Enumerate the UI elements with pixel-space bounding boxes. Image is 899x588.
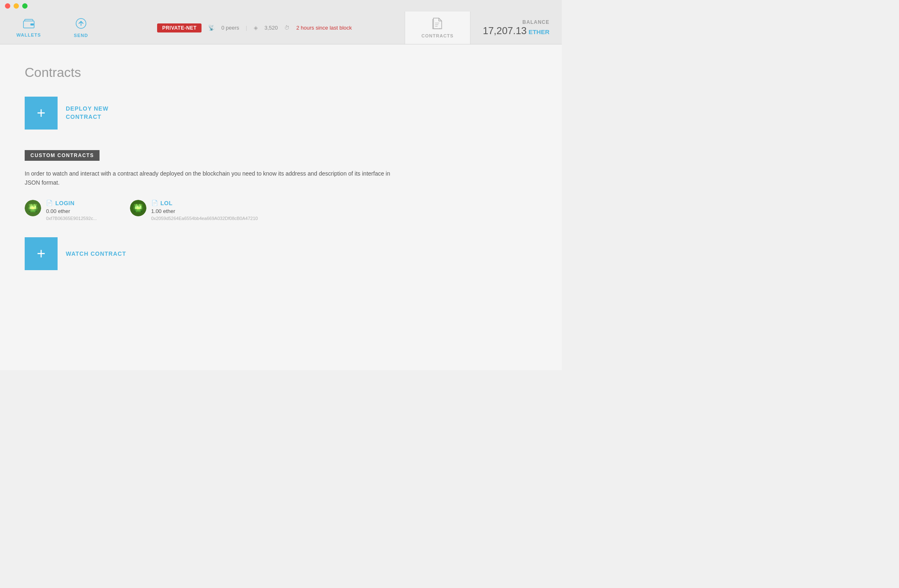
- svg-rect-60: [141, 211, 142, 212]
- send-icon: [76, 18, 86, 31]
- svg-rect-30: [34, 211, 35, 212]
- svg-rect-48: [140, 207, 141, 209]
- svg-rect-16: [30, 207, 31, 209]
- contract-item-login[interactable]: 📄 LOGIN 0.00 ether 0xf7B06365E9012592c..…: [25, 200, 97, 221]
- contract-name-login: 📄 LOGIN: [46, 200, 97, 206]
- contract-address-lol: 0x2059d5264Ea6554bb4ea669A032Df08cB0A472…: [151, 216, 258, 221]
- svg-rect-53: [138, 209, 140, 211]
- svg-rect-59: [139, 211, 141, 212]
- contracts-nav-item[interactable]: CONTRACTS: [405, 12, 470, 44]
- svg-rect-11: [31, 206, 33, 207]
- contract-name-lol: 📄 LOL: [151, 200, 258, 206]
- svg-rect-46: [137, 207, 138, 209]
- send-nav-item[interactable]: SEND: [58, 12, 105, 44]
- svg-rect-1: [30, 23, 34, 25]
- contract-file-icon-lol: 📄: [151, 200, 158, 206]
- svg-rect-42: [140, 206, 141, 207]
- watch-contract-button[interactable]: WATCH CONTRACT: [66, 250, 126, 257]
- svg-rect-33: [134, 204, 136, 206]
- watch-plus-button[interactable]: +: [25, 237, 58, 270]
- svg-rect-19: [35, 207, 36, 209]
- svg-rect-25: [35, 209, 36, 211]
- svg-rect-14: [36, 206, 38, 207]
- peers-icon: 📡: [208, 25, 215, 31]
- svg-rect-12: [33, 206, 35, 207]
- svg-rect-17: [31, 207, 33, 209]
- svg-rect-55: [141, 209, 143, 211]
- contract-address-login: 0xf7B06365E9012592c...: [46, 216, 97, 221]
- svg-rect-21: [28, 209, 30, 211]
- contracts-list: 📄 LOGIN 0.00 ether 0xf7B06365E9012592c..…: [25, 200, 537, 221]
- watch-block: + WATCH CONTRACT: [25, 237, 537, 270]
- contract-avatar-login: [25, 200, 41, 216]
- svg-rect-20: [36, 207, 38, 209]
- contract-avatar-lol: [130, 200, 146, 216]
- svg-rect-10: [30, 206, 31, 207]
- peers-count: 0 peers: [221, 25, 239, 31]
- balance-amount: 17,207.13: [483, 25, 527, 36]
- svg-rect-15: [28, 207, 30, 209]
- svg-rect-39: [135, 206, 137, 207]
- svg-rect-52: [137, 209, 138, 211]
- svg-rect-38: [133, 206, 135, 207]
- wallets-nav-item[interactable]: WALLETS: [0, 12, 58, 44]
- svg-rect-24: [33, 209, 35, 211]
- svg-rect-8: [35, 204, 37, 206]
- nav-status: PRIVATE-NET 📡 0 peers | ◈ 3,520 ⏱ 2 hour…: [104, 12, 405, 44]
- svg-rect-34: [136, 204, 137, 206]
- blocks-count: 3,520: [264, 25, 278, 31]
- custom-contracts-description: In order to watch and interact with a co…: [25, 169, 395, 188]
- svg-rect-28: [30, 211, 32, 212]
- balance-label: BALANCE: [522, 19, 549, 25]
- svg-rect-7: [34, 204, 35, 206]
- time-icon: ⏱: [284, 25, 290, 31]
- maximize-button[interactable]: [22, 3, 28, 9]
- svg-rect-35: [137, 204, 139, 206]
- balance-row: 17,207.13 ETHER: [483, 25, 549, 37]
- contract-info-lol: 📄 LOL 1.00 ether 0x2059d5264Ea6554bb4ea6…: [151, 200, 258, 221]
- minimize-button[interactable]: [14, 3, 19, 9]
- close-button[interactable]: [5, 3, 10, 9]
- svg-rect-44: [133, 207, 135, 209]
- contract-balance-login: 0.00 ether: [46, 208, 97, 214]
- svg-rect-9: [28, 206, 30, 207]
- balance-section: BALANCE 17,207.13 ETHER: [470, 12, 562, 44]
- custom-contracts-section: CUSTOM CONTRACTS In order to watch and i…: [25, 150, 537, 270]
- wallets-icon: [23, 19, 35, 31]
- deploy-label-line2: CONTRACT: [66, 113, 109, 121]
- svg-rect-26: [36, 209, 38, 211]
- balance-currency: ETHER: [528, 28, 549, 35]
- watch-plus-icon: +: [37, 245, 45, 262]
- svg-rect-37: [141, 204, 142, 206]
- svg-rect-45: [135, 207, 137, 209]
- custom-contracts-header: CUSTOM CONTRACTS: [25, 150, 100, 161]
- divider: |: [246, 25, 247, 31]
- deploy-plus-button[interactable]: +: [25, 97, 58, 130]
- deploy-new-contract-button[interactable]: DEPLOY NEW CONTRACT: [66, 105, 109, 121]
- wallets-label: WALLETS: [16, 32, 41, 37]
- svg-rect-49: [141, 207, 143, 209]
- contract-info-login: 📄 LOGIN 0.00 ether 0xf7B06365E9012592c..…: [46, 200, 97, 221]
- svg-rect-29: [32, 211, 34, 212]
- svg-rect-22: [30, 209, 31, 211]
- svg-rect-41: [138, 206, 140, 207]
- svg-rect-5: [30, 204, 32, 206]
- svg-rect-13: [35, 206, 36, 207]
- svg-rect-43: [141, 206, 143, 207]
- svg-rect-54: [140, 209, 141, 211]
- deploy-plus-icon: +: [37, 104, 45, 122]
- topnav: WALLETS SEND PRIVATE-NET 📡 0 peers | ◈ 3…: [0, 12, 562, 44]
- deploy-label-line1: DEPLOY NEW: [66, 105, 109, 113]
- blocks-icon: ◈: [254, 25, 258, 31]
- svg-rect-47: [138, 207, 140, 209]
- svg-rect-40: [137, 206, 138, 207]
- contract-item-lol[interactable]: 📄 LOL 1.00 ether 0x2059d5264Ea6554bb4ea6…: [130, 200, 258, 221]
- contracts-icon: [432, 18, 443, 32]
- contracts-label: CONTRACTS: [422, 33, 454, 38]
- svg-rect-27: [29, 211, 30, 212]
- svg-rect-4: [29, 204, 30, 206]
- deploy-block: + DEPLOY NEW CONTRACT: [25, 97, 537, 130]
- main-content: Contracts + DEPLOY NEW CONTRACT CUSTOM C…: [0, 44, 562, 370]
- svg-rect-23: [31, 209, 33, 211]
- contract-balance-lol: 1.00 ether: [151, 208, 258, 214]
